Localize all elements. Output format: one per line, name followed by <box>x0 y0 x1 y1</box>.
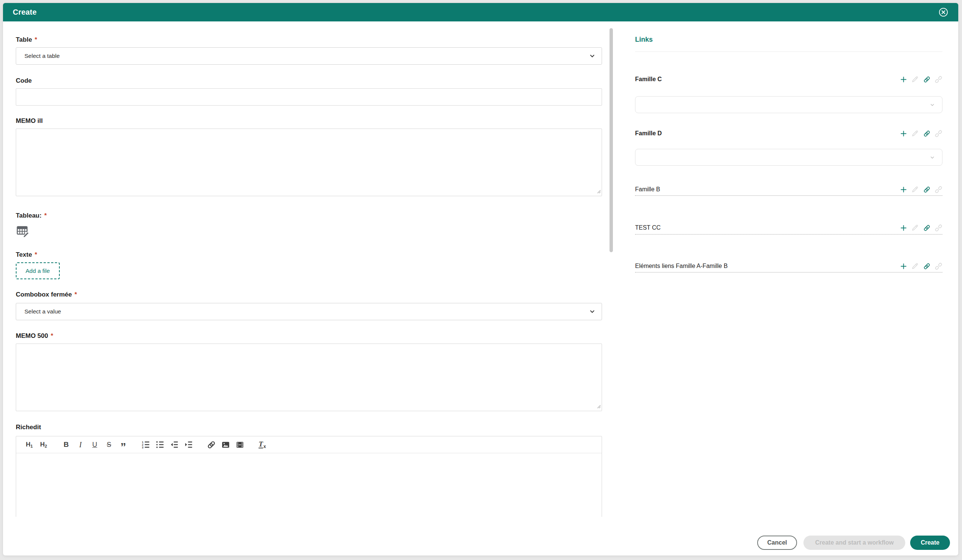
ordered-list-button[interactable]: 123 <box>139 438 152 451</box>
famille-d-dropdown[interactable] <box>635 149 943 166</box>
link-group-label: Famille C <box>635 76 662 83</box>
required-asterisk: * <box>74 291 77 299</box>
link-icon <box>923 130 931 137</box>
unordered-list-button[interactable] <box>154 438 166 451</box>
richedit-toolbar: H1 H2 B I U S ” 123 <box>16 436 602 453</box>
add-link-button[interactable] <box>899 75 907 84</box>
link-icon <box>923 76 931 84</box>
edit-icon <box>911 130 919 137</box>
required-asterisk: * <box>44 212 47 219</box>
add-link-button[interactable] <box>899 224 907 232</box>
vertical-scrollbar-thumb[interactable] <box>610 28 613 252</box>
required-asterisk: * <box>35 251 37 258</box>
tableau-edit-button[interactable] <box>16 224 30 238</box>
edit-link-button[interactable] <box>911 224 919 232</box>
field-label-combobox: Combobox fermée * <box>16 291 609 299</box>
richedit-editor: H1 H2 B I U S ” 123 <box>16 436 602 517</box>
blockquote-button[interactable]: ” <box>117 438 130 451</box>
add-icon <box>900 186 907 194</box>
add-icon <box>900 130 907 137</box>
resize-handle-icon[interactable] <box>596 188 601 195</box>
field-label-tableau: Tableau: * <box>16 212 609 220</box>
field-label-richedit: Richedit <box>16 424 609 431</box>
link-link-button[interactable] <box>923 262 931 270</box>
field-label-code: Code <box>16 77 609 85</box>
strikethrough-button[interactable]: S <box>103 438 115 451</box>
unlink-icon <box>935 186 943 194</box>
link-link-button[interactable] <box>923 129 931 137</box>
famille-c-dropdown[interactable] <box>635 96 943 113</box>
edit-icon <box>911 76 919 83</box>
add-link-button[interactable] <box>899 262 907 270</box>
unlink-icon <box>935 130 943 137</box>
create-dialog: Create Table * Select a table Code <box>3 3 958 555</box>
create-and-start-workflow-button[interactable]: Create and start a workflow <box>804 536 905 550</box>
field-label-table: Table * <box>16 36 609 44</box>
code-input[interactable] <box>16 88 602 106</box>
link-link-button[interactable] <box>923 224 931 232</box>
links-panel: Links Famille C Famille D <box>635 21 943 273</box>
heading-2-button[interactable]: H2 <box>37 438 50 451</box>
chevron-down-icon <box>929 102 935 108</box>
insert-image-button[interactable] <box>219 438 232 451</box>
richedit-content-area[interactable] <box>16 453 602 517</box>
dialog-footer: Cancel Create and start a workflow Creat… <box>757 536 950 550</box>
link-link-button[interactable] <box>923 75 931 84</box>
underline-button[interactable]: U <box>88 438 101 451</box>
add-link-button[interactable] <box>899 129 907 137</box>
resize-handle-icon[interactable] <box>596 403 601 410</box>
close-button[interactable] <box>938 7 949 18</box>
chevron-down-icon <box>589 53 596 60</box>
links-title: Links <box>635 36 943 44</box>
link-link-button[interactable] <box>923 185 931 194</box>
unlink-icon <box>935 76 943 84</box>
create-button[interactable]: Create <box>910 536 950 550</box>
add-icon <box>900 76 907 84</box>
decrease-indent-icon <box>169 440 179 450</box>
field-label-memo-500: MEMO 500 * <box>16 332 609 340</box>
required-asterisk: * <box>35 36 37 44</box>
link-group-famille-d: Famille D <box>635 129 943 166</box>
combobox-select[interactable]: Select a value <box>16 303 602 320</box>
unlink-link-button[interactable] <box>934 75 943 84</box>
bold-button[interactable]: B <box>60 438 73 451</box>
add-icon <box>900 224 907 232</box>
link-group-label: Famille B <box>635 186 660 193</box>
insert-media-button[interactable] <box>233 438 246 451</box>
circled-x-icon <box>938 7 949 17</box>
unlink-link-button[interactable] <box>934 262 943 270</box>
chevron-down-icon <box>929 155 935 160</box>
edit-link-button[interactable] <box>911 262 919 270</box>
edit-link-button[interactable] <box>911 129 919 137</box>
link-group-famille-b: Famille B <box>635 184 943 196</box>
link-icon <box>207 440 216 450</box>
dialog-header: Create <box>3 3 958 21</box>
add-file-button[interactable]: Add a file <box>16 262 60 279</box>
link-icon <box>923 224 931 232</box>
insert-link-button[interactable] <box>205 438 218 451</box>
edit-link-button[interactable] <box>911 185 919 194</box>
decrease-indent-button[interactable] <box>168 438 181 451</box>
memo-500-textarea[interactable] <box>16 344 602 411</box>
cancel-button[interactable]: Cancel <box>757 536 797 550</box>
table-select[interactable]: Select a table <box>16 47 602 65</box>
chevron-down-icon <box>589 308 596 315</box>
increase-indent-button[interactable] <box>182 438 195 451</box>
edit-icon <box>911 224 919 231</box>
required-asterisk: * <box>51 332 53 340</box>
add-link-button[interactable] <box>899 185 907 194</box>
unlink-link-button[interactable] <box>934 224 943 232</box>
add-icon <box>900 262 907 270</box>
unlink-link-button[interactable] <box>934 129 943 137</box>
memo-ill-textarea[interactable] <box>16 129 602 196</box>
heading-1-button[interactable]: H1 <box>23 438 36 451</box>
image-icon <box>221 440 230 450</box>
ordered-list-icon: 123 <box>141 440 151 450</box>
link-group-elements-liens: Eléments liens Famille A-Famille B <box>635 261 943 273</box>
unlink-link-button[interactable] <box>934 185 943 194</box>
italic-button[interactable]: I <box>74 438 87 451</box>
field-label-texte: Texte * <box>16 251 609 259</box>
remove-format-button[interactable]: Tx <box>256 438 269 451</box>
link-group-famille-c: Famille C <box>635 74 943 113</box>
edit-link-button[interactable] <box>911 75 919 84</box>
